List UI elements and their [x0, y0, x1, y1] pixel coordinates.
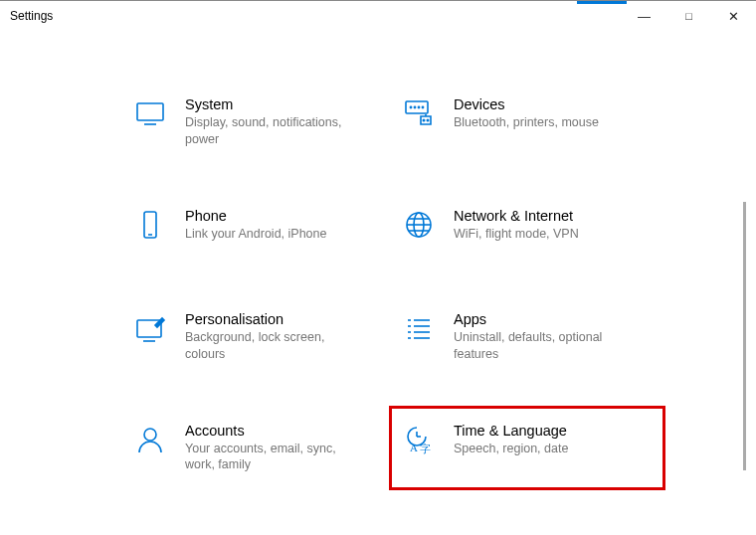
- tile-personalisation[interactable]: Personalisation Background, lock screen,…: [129, 303, 388, 371]
- tile-subtitle: Your accounts, email, sync, work, family: [185, 441, 364, 474]
- window-title: Settings: [10, 9, 53, 23]
- scrollbar-thumb[interactable]: [743, 202, 746, 470]
- tile-title: Phone: [185, 208, 326, 224]
- tile-accounts[interactable]: Accounts Your accounts, email, sync, wor…: [129, 415, 388, 482]
- svg-text:A: A: [410, 442, 418, 453]
- tile-subtitle: Uninstall, defaults, optional features: [454, 329, 633, 363]
- tile-subtitle: WiFi, flight mode, VPN: [454, 226, 579, 243]
- maximize-button[interactable]: □: [666, 1, 711, 31]
- svg-point-8: [427, 119, 428, 120]
- svg-point-4: [414, 106, 415, 107]
- tile-title: Personalisation: [185, 311, 364, 327]
- tile-subtitle: Link your Android, iPhone: [185, 226, 326, 243]
- tile-subtitle: Speech, region, date: [454, 441, 568, 457]
- tile-title: Network & Internet: [454, 208, 579, 224]
- tile-subtitle: Background, lock screen, colours: [185, 329, 364, 363]
- tile-title: Accounts: [185, 423, 364, 439]
- tile-subtitle: Display, sound, notifications, power: [185, 114, 364, 148]
- apps-icon: [402, 311, 436, 345]
- svg-point-26: [144, 429, 156, 441]
- svg-point-6: [422, 106, 423, 107]
- settings-grid: System Display, sound, notifications, po…: [0, 31, 746, 535]
- tile-gaming[interactable]: Gaming: [129, 525, 388, 535]
- tile-title: Apps: [454, 311, 633, 327]
- tile-title: Time & Language: [454, 423, 568, 439]
- personalisation-icon: [133, 311, 167, 345]
- phone-icon: [133, 208, 167, 242]
- accounts-icon: [133, 423, 167, 456]
- tile-network[interactable]: Network & Internet WiFi, flight mode, VP…: [398, 200, 657, 260]
- tile-subtitle: Bluetooth, printers, mouse: [454, 114, 599, 131]
- tile-devices[interactable]: Devices Bluetooth, printers, mouse: [398, 89, 657, 156]
- window-controls: ― □ ✕: [622, 1, 756, 31]
- devices-icon: [402, 96, 436, 130]
- svg-text:字: 字: [420, 443, 431, 454]
- tile-title: Devices: [454, 96, 599, 112]
- svg-rect-2: [406, 101, 428, 113]
- tile-ease-of-access[interactable]: Ease of Access: [398, 525, 657, 535]
- svg-rect-9: [144, 212, 156, 238]
- tile-system[interactable]: System Display, sound, notifications, po…: [129, 89, 388, 156]
- network-icon: [402, 208, 436, 242]
- tile-title: System: [185, 96, 364, 112]
- tile-time-language[interactable]: A字 Time & Language Speech, region, date: [398, 415, 657, 482]
- svg-point-5: [418, 106, 419, 107]
- settings-home-content: System Display, sound, notifications, po…: [0, 31, 746, 535]
- window-titlebar: Settings ― □ ✕: [0, 1, 756, 31]
- system-icon: [133, 96, 167, 130]
- close-button[interactable]: ✕: [711, 1, 756, 31]
- tile-phone[interactable]: Phone Link your Android, iPhone: [129, 200, 388, 260]
- time-language-icon: A字: [402, 423, 436, 456]
- tile-apps[interactable]: Apps Uninstall, defaults, optional featu…: [398, 303, 657, 371]
- svg-point-7: [423, 119, 424, 120]
- minimize-button[interactable]: ―: [622, 1, 666, 31]
- svg-rect-0: [137, 103, 163, 120]
- accent-bar: [577, 1, 627, 4]
- svg-point-3: [410, 106, 411, 107]
